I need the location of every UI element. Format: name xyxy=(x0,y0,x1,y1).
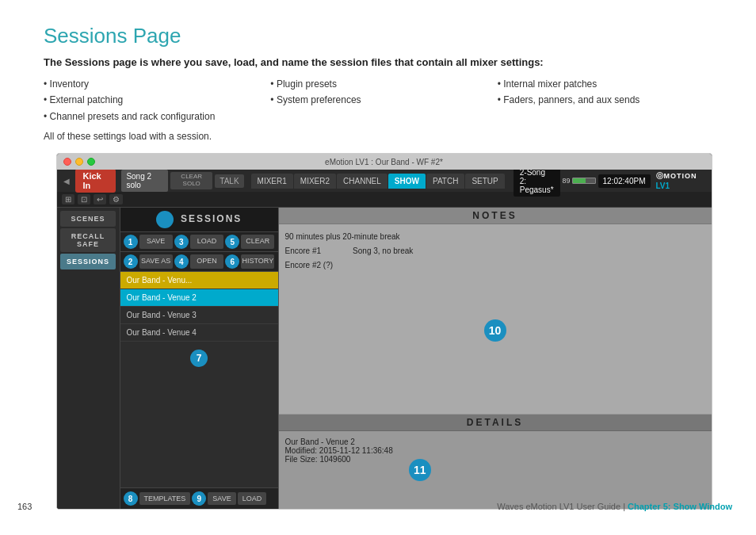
second-toolbar: ⊞ ⊡ ↩ ⚙ xyxy=(57,192,712,208)
toolbar-icon-4[interactable]: ⚙ xyxy=(109,194,123,204)
bullet-item: External patching xyxy=(44,92,270,108)
details-section: DETAILS Our Band - Venue 2 Modified: 201… xyxy=(279,414,712,509)
time-display: 12:02:40PM xyxy=(598,174,651,188)
bullet-item: Faders, panners, and aux sends xyxy=(498,92,724,108)
page-container: Sessions Page The Sessions page is where… xyxy=(0,0,756,525)
tab-channel[interactable]: CHANNEL xyxy=(337,174,388,189)
lv1-label: LV1 xyxy=(656,182,670,190)
bullet-col-1: Inventory External patching Channel pres… xyxy=(44,76,270,124)
notes-header: NOTES xyxy=(279,208,712,224)
sidebar-item-scenes[interactable]: SCENES xyxy=(60,211,116,227)
tab-setup[interactable]: SETUP xyxy=(465,174,504,189)
bullet-item: Inventory xyxy=(44,76,270,92)
right-panel: NOTES 90 minutes plus 20-minute break En… xyxy=(279,208,712,509)
notes-section: NOTES 90 minutes plus 20-minute break En… xyxy=(279,208,712,414)
notes-line-2-left: Encore #1 xyxy=(285,245,322,258)
screenshot-wrapper: eMotion LV1 : Our Band - WF #2* ◀ Kick I… xyxy=(56,153,712,510)
session-item-3[interactable]: Our Band - Venue 3 xyxy=(120,307,278,324)
session-item-2[interactable]: Our Band - Venue 2 xyxy=(120,289,278,307)
bullet-item: Channel presets and rack configuration xyxy=(44,109,270,124)
notes-line-2-right: Song 3, no break xyxy=(353,245,413,258)
circle-6: 6 xyxy=(225,254,239,269)
guide-text: Waves eMotion LV1 User Guide xyxy=(497,502,620,511)
sessions-toolbar-2: 2 SAVE AS 4 OPEN 6 HISTORY xyxy=(120,252,278,272)
details-line-3: File Size: 1049600 xyxy=(285,455,393,464)
close-button-icon[interactable] xyxy=(63,158,71,166)
circle-5: 5 xyxy=(225,235,239,249)
sessions-panel: SESSIONS 1 SAVE 3 LOAD 5 CLEAR 2 SAVE AS… xyxy=(120,208,279,509)
maximize-button-icon[interactable] xyxy=(87,158,95,166)
window-title: eMotion LV1 : Our Band - WF #2* xyxy=(325,158,443,166)
tab-show[interactable]: SHOW xyxy=(388,174,426,189)
battery-fill xyxy=(573,178,586,183)
notes-line-3-left: Encore #2 (?) xyxy=(285,259,334,272)
circle-10: 10 xyxy=(484,319,506,342)
footer-save-button[interactable]: SAVE xyxy=(208,492,235,505)
talk-button[interactable]: TALK xyxy=(215,174,243,188)
history-button[interactable]: HISTORY xyxy=(241,254,274,269)
tab-patch[interactable]: PATCH xyxy=(426,174,464,189)
session-item-4[interactable]: Our Band - Venue 4 xyxy=(120,324,278,342)
bullet-col-2: Plugin presets System preferences xyxy=(270,76,497,124)
clear-solo-button[interactable]: CLEAR SOLO xyxy=(170,172,212,189)
battery-bar xyxy=(572,178,596,184)
sessions-footer: 8 TEMPLATES 9 SAVE LOAD xyxy=(120,487,278,509)
page-number: 163 xyxy=(17,502,32,511)
bullet-item: System preferences xyxy=(270,92,497,108)
toolbar-icon-3[interactable]: ↩ xyxy=(94,194,106,204)
details-header: DETAILS xyxy=(279,414,712,431)
nav-tabs: MIXER1 MIXER2 CHANNEL SHOW PATCH SETUP xyxy=(251,174,505,189)
all-settings-text: All of these settings load with a sessio… xyxy=(44,131,724,142)
page-title: Sessions Page xyxy=(44,24,724,48)
sessions-list: Our Band - Venu... Our Band - Venue 2 Ou… xyxy=(120,272,278,487)
title-bar: eMotion LV1 : Our Band - WF #2* xyxy=(57,154,712,170)
details-line-2: Modified: 2015-11-12 11:36:48 xyxy=(285,446,393,455)
traffic-lights xyxy=(63,158,95,166)
tab-mixer1[interactable]: MIXER1 xyxy=(251,174,293,189)
intro-text: The Sessions page is where you save, loa… xyxy=(44,56,724,68)
sidebar-item-recall-safe[interactable]: RECALL SAFE xyxy=(60,228,116,252)
save-button[interactable]: SAVE xyxy=(139,235,173,249)
open-button[interactable]: OPEN xyxy=(190,254,223,269)
circle-11: 11 xyxy=(409,459,431,481)
circle-num-sessions-label xyxy=(156,211,174,228)
toolbar-icon-1[interactable]: ⊞ xyxy=(62,194,74,204)
nav-back-icon[interactable]: ◀ xyxy=(60,175,73,187)
bullet-item: Internal mixer patches xyxy=(498,76,724,92)
bullet-item: Plugin presets xyxy=(270,76,497,92)
templates-button[interactable]: TEMPLATES xyxy=(139,492,191,505)
notes-row-3: Encore #2 (?) xyxy=(285,259,705,272)
toolbar-icon-2[interactable]: ⊡ xyxy=(78,194,90,204)
circle-7: 7 xyxy=(190,350,208,367)
footer-text: Waves eMotion LV1 User Guide | Chapter 5… xyxy=(497,502,732,511)
bullet-columns: Inventory External patching Channel pres… xyxy=(44,76,724,124)
sidebar-item-sessions[interactable]: SESSIONS xyxy=(60,254,116,269)
song-solo-button[interactable]: Song 2 solo xyxy=(121,170,168,192)
circle-9: 9 xyxy=(192,491,206,506)
circle-3: 3 xyxy=(174,235,189,249)
circle-2: 2 xyxy=(124,254,138,269)
circle-4: 4 xyxy=(174,254,189,269)
clear-button[interactable]: CLEAR xyxy=(241,235,274,249)
footer-load-button[interactable]: LOAD xyxy=(238,492,267,505)
chapter-text: Chapter 5: Show Window xyxy=(628,502,732,511)
minimize-button-icon[interactable] xyxy=(75,158,83,166)
details-info: Our Band - Venue 2 Modified: 2015-11-12 … xyxy=(285,438,393,503)
emotion-logo: ⓞMOTION LV1 xyxy=(656,171,707,190)
battery-indicator: 89 xyxy=(563,177,596,185)
notes-line-1-left: 90 minutes plus 20-minute break xyxy=(285,231,400,243)
details-line-1: Our Band - Venue 2 xyxy=(285,438,393,446)
notes-row-1: 90 minutes plus 20-minute break xyxy=(285,231,705,243)
save-as-button[interactable]: SAVE AS xyxy=(139,254,173,269)
tab-mixer2[interactable]: MIXER2 xyxy=(294,174,336,189)
left-sidebar: SCENES RECALL SAFE SESSIONS xyxy=(57,208,120,509)
circle-1: 1 xyxy=(124,235,138,249)
notes-content: 90 minutes plus 20-minute break Encore #… xyxy=(279,224,712,414)
sessions-panel-header: SESSIONS xyxy=(120,208,278,232)
load-button[interactable]: LOAD xyxy=(190,235,223,249)
bullet-col-3: Internal mixer patches Faders, panners, … xyxy=(498,76,724,124)
main-content: SCENES RECALL SAFE SESSIONS SESSIONS 1 S… xyxy=(57,208,712,509)
session-item-1[interactable]: Our Band - Venu... xyxy=(120,272,278,289)
kick-in-button[interactable]: Kick In xyxy=(75,169,116,193)
sessions-toolbar-1: 1 SAVE 3 LOAD 5 CLEAR xyxy=(120,232,278,252)
